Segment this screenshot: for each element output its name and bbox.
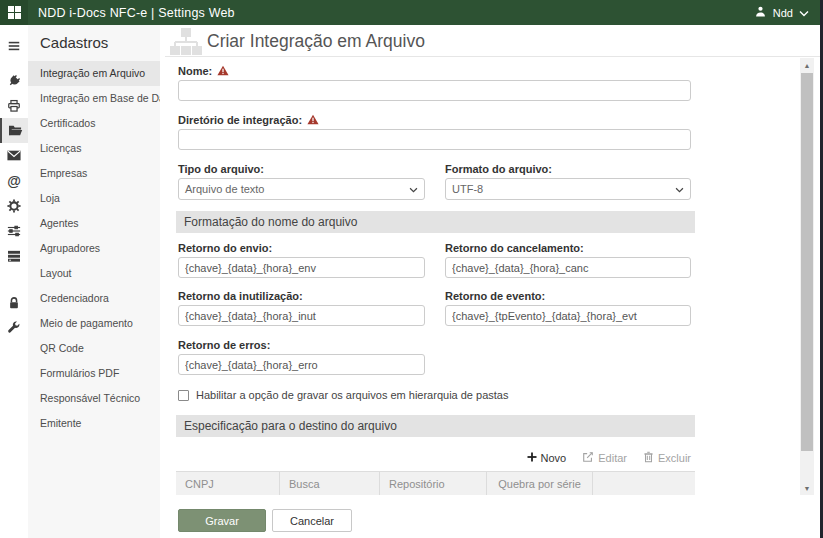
excluir-button[interactable]: Excluir — [643, 451, 691, 465]
sidebar-item-meio-de-pagamento[interactable]: Meio de pagamento — [28, 311, 160, 336]
hierarquia-checkbox-row: Habilitar a opção de gravar os arquivos … — [178, 389, 697, 401]
editar-button[interactable]: Editar — [582, 451, 627, 465]
retorno-evento-input[interactable] — [445, 305, 691, 326]
sidebar-item-loja[interactable]: Loja — [28, 186, 160, 211]
nome-label: Nome: — [178, 65, 212, 77]
col-header-cnpj: CNPJ — [176, 472, 280, 495]
col-header-repositorio: Repositório — [380, 472, 487, 495]
diretorio-input[interactable] — [178, 129, 691, 150]
formato-arquivo-select[interactable]: UTF-8 — [445, 178, 691, 200]
at-icon: @ — [7, 173, 21, 189]
vertical-scrollbar[interactable]: ▲ ▼ — [800, 58, 814, 495]
destino-table-header: CNPJ Busca Repositório Quebra por série — [176, 472, 695, 495]
sidebar-item-integracao-em-base-de-dados[interactable]: Integração em Base de Dados — [28, 86, 160, 111]
rail-item-wrench[interactable] — [0, 315, 28, 340]
retorno-envio-label: Retorno do envio: — [178, 241, 425, 255]
retorno-cancelamento-label: Retorno do cancelamento: — [445, 241, 691, 255]
form-scroll-area: Nome: Diretório de integração: Tipo do a… — [165, 58, 798, 495]
scroll-down-arrow-icon[interactable]: ▼ — [800, 481, 814, 495]
gravar-button[interactable]: Gravar — [178, 509, 266, 532]
icon-rail: @ — [0, 25, 28, 538]
menu-icon — [7, 39, 21, 53]
page-header: Criar Integração em Arquivo — [165, 25, 820, 57]
formato-arquivo-label: Formato do arquivo: — [445, 162, 691, 176]
chevron-down-icon — [409, 183, 418, 195]
trash-icon — [643, 451, 654, 465]
ndd-logo-icon — [8, 6, 21, 19]
page-title: Criar Integração em Arquivo — [207, 31, 425, 52]
topbar: NDD i-Docs NFC-e | Settings Web Ndd — [0, 0, 823, 25]
hierarquia-checkbox-label: Habilitar a opção de gravar os arquivos … — [196, 389, 508, 401]
editar-label: Editar — [598, 452, 627, 464]
warning-icon — [307, 114, 319, 127]
rail-item-gear[interactable] — [0, 193, 28, 218]
rail-item-lock[interactable] — [0, 290, 28, 315]
chevron-down-icon — [675, 183, 684, 195]
retorno-inutilizacao-input[interactable] — [178, 305, 425, 326]
sidebar-item-credenciadora[interactable]: Credenciadora — [28, 286, 160, 311]
sidebar-item-layout[interactable]: Layout — [28, 261, 160, 286]
folder-open-icon — [8, 124, 23, 137]
sidebar-item-licencas[interactable]: Licenças — [28, 136, 160, 161]
tipo-arquivo-select[interactable]: Arquivo de texto — [178, 178, 425, 200]
section-especificacao: Especificação para o destino do arquivo — [176, 415, 695, 437]
sidebar-menu: Integração em Arquivo Integração em Base… — [28, 61, 160, 436]
sidebar-item-integracao-em-arquivo[interactable]: Integração em Arquivo — [28, 61, 160, 86]
scroll-up-arrow-icon[interactable]: ▲ — [800, 58, 814, 72]
sidebar-header: Cadastros — [28, 25, 160, 61]
sidebar-item-certificados[interactable]: Certificados — [28, 111, 160, 136]
rail-item-folder-open[interactable] — [0, 118, 28, 143]
retorno-cancelamento-input[interactable] — [445, 257, 691, 278]
app-title: NDD i-Docs NFC-e | Settings Web — [38, 6, 235, 20]
retorno-envio-input[interactable] — [178, 257, 425, 278]
retorno-erros-label: Retorno de erros: — [178, 338, 425, 352]
nome-input[interactable] — [178, 80, 691, 101]
formato-arquivo-value: UTF-8 — [452, 183, 483, 195]
rail-item-menu[interactable] — [0, 33, 28, 58]
sidebar-item-agrupadores[interactable]: Agrupadores — [28, 236, 160, 261]
sidebar-item-qr-code[interactable]: QR Code — [28, 336, 160, 361]
server-icon — [7, 250, 21, 262]
nome-label-row: Nome: — [178, 64, 697, 78]
col-header-busca: Busca — [280, 472, 380, 495]
scrollbar-thumb[interactable] — [801, 73, 813, 451]
mail-icon — [7, 150, 21, 161]
novo-button[interactable]: Novo — [527, 452, 567, 464]
rail-item-at[interactable]: @ — [0, 168, 28, 193]
excluir-label: Excluir — [658, 452, 691, 464]
edit-icon — [582, 451, 594, 465]
sidebar-item-formularios-pdf[interactable]: Formulários PDF — [28, 361, 160, 386]
printer-icon — [7, 99, 21, 113]
lock-icon — [8, 296, 20, 310]
destino-table: CNPJ Busca Repositório Quebra por série — [176, 471, 695, 495]
app-logo[interactable] — [0, 0, 28, 25]
sidebar: Cadastros Integração em Arquivo Integraç… — [28, 25, 160, 538]
sidebar-item-responsavel-tecnico[interactable]: Responsável Técnico — [28, 386, 160, 411]
rail-item-sliders[interactable] — [0, 218, 28, 243]
sliders-icon — [7, 224, 21, 238]
sidebar-item-emitente[interactable]: Emitente — [28, 411, 160, 436]
diretorio-label: Diretório de integração: — [178, 114, 302, 126]
section-formatacao: Formatação do nome do arquivo — [176, 211, 695, 233]
sidebar-item-agentes[interactable]: Agentes — [28, 211, 160, 236]
tipo-arquivo-value: Arquivo de texto — [185, 183, 265, 195]
integration-form: Nome: Diretório de integração: Tipo do a… — [165, 58, 697, 495]
rail-item-mail[interactable] — [0, 143, 28, 168]
cancelar-button[interactable]: Cancelar — [272, 509, 352, 532]
retorno-inutilizacao-label: Retorno da inutilização: — [178, 289, 425, 303]
rail-item-printer[interactable] — [0, 93, 28, 118]
gear-icon — [7, 199, 21, 213]
user-menu[interactable]: Ndd — [754, 5, 809, 20]
plug-icon — [7, 74, 21, 88]
sidebar-item-empresas[interactable]: Empresas — [28, 161, 160, 186]
app-window: NDD i-Docs NFC-e | Settings Web Ndd — [0, 0, 823, 538]
main-content: Criar Integração em Arquivo Nome: Diretó… — [165, 25, 820, 538]
user-name: Ndd — [773, 7, 793, 19]
retorno-erros-input[interactable] — [178, 354, 425, 375]
retorno-evento-label: Retorno de evento: — [445, 289, 691, 303]
rail-item-server[interactable] — [0, 243, 28, 268]
diretorio-label-row: Diretório de integração: — [178, 113, 697, 127]
hierarquia-checkbox[interactable] — [178, 390, 189, 401]
col-header-quebra-por-serie: Quebra por série — [487, 472, 593, 495]
rail-item-plug[interactable] — [0, 68, 28, 93]
